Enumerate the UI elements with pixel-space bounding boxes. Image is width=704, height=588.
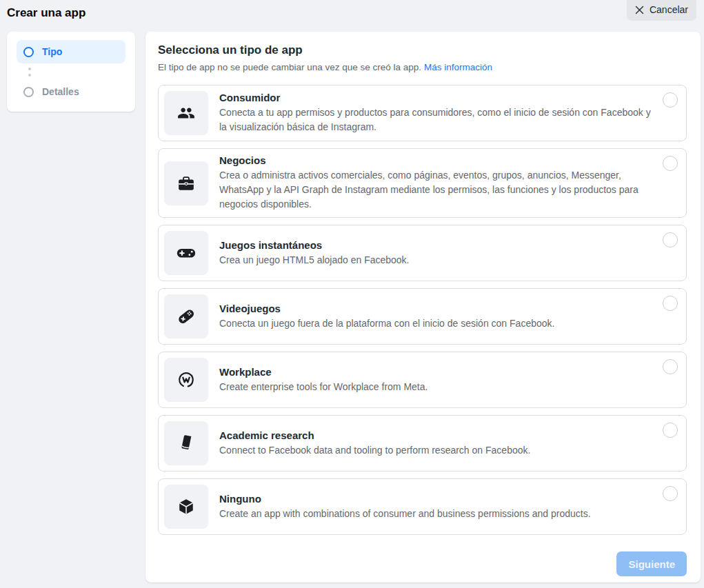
subheading-text: El tipo de app no se puede cambiar una v… [158,62,421,72]
people-icon [164,91,208,135]
app-type-radio[interactable] [663,156,678,171]
cube-icon [164,485,208,529]
app-type-card[interactable]: Academic researchConnect to Facebook dat… [158,415,687,472]
card-title: Negocios [219,154,653,166]
next-button[interactable]: Siguiente [616,551,687,576]
panel-subheading: El tipo de app no se puede cambiar una v… [158,62,687,72]
stepper-item-tipo[interactable]: Tipo [17,40,125,63]
card-text: Academic researchConnect to Facebook dat… [219,429,558,458]
app-type-card[interactable]: NegociosCrea o administra activos comerc… [158,148,687,218]
card-text: VideojuegosConecta un juego fuera de la … [219,303,582,331]
app-type-card-list: ConsumidorConecta a tu app permisos y pr… [158,85,687,535]
card-title: Consumidor [219,92,653,103]
stepper-connector-dots [17,63,125,80]
gamepad-icon [164,231,208,275]
card-text: ConsumidorConecta a tu app permisos y pr… [219,92,681,134]
app-type-radio[interactable] [663,232,678,247]
card-description: Conecta un juego fuera de la plataforma … [219,316,554,331]
top-bar: Crear una app Cancelar [0,0,704,32]
step-label: Tipo [42,46,62,57]
card-text: WorkplaceCreate enterprise tools for Wor… [219,366,455,394]
app-type-radio[interactable] [663,359,678,374]
panel-footer: Siguiente [158,551,687,576]
stepper-item-detalles[interactable]: Detalles [17,80,125,103]
step-circle-icon [23,87,34,97]
card-description: Create enterprise tools for Workplace fr… [219,380,428,394]
card-title: Workplace [219,366,428,378]
cancel-button[interactable]: Cancelar [627,0,696,21]
app-type-panel: Selecciona un tipo de app El tipo de app… [145,32,701,582]
card-title: Videojuegos [219,303,554,314]
app-type-card[interactable]: VideojuegosConecta un juego fuera de la … [158,288,687,345]
card-description: Crea o administra activos comerciales, c… [219,168,653,212]
stepper-sidebar: Tipo Detalles [7,32,135,112]
cancel-button-label: Cancelar [650,4,688,15]
learn-more-link[interactable]: Más información [424,62,492,72]
app-type-card[interactable]: ConsumidorConecta a tu app permisos y pr… [158,85,687,141]
card-description: Create an app with combinations of consu… [219,507,591,521]
card-description: Connect to Facebook data and tooling to … [219,443,530,458]
page-title: Crear una app [7,6,86,20]
card-title: Ninguno [219,493,591,505]
book-icon [164,421,208,465]
card-title: Academic research [219,429,530,441]
card-text: Juegos instantáneosCrea un juego HTML5 a… [219,239,437,267]
app-type-radio[interactable] [663,486,678,501]
close-icon [635,6,644,14]
card-description: Crea un juego HTML5 alojado en Facebook. [219,253,410,267]
card-text: NegociosCrea o administra activos comerc… [219,154,681,212]
briefcase-icon [164,161,208,205]
card-description: Conecta a tu app permisos y productos pa… [219,105,653,134]
step-label: Detalles [42,86,79,97]
app-type-radio[interactable] [663,423,678,438]
app-type-radio[interactable] [663,296,678,311]
card-title: Juegos instantáneos [219,239,410,251]
app-type-card[interactable]: WorkplaceCreate enterprise tools for Wor… [158,352,687,408]
app-type-radio[interactable] [663,92,678,108]
card-text: NingunoCreate an app with combinations o… [219,493,618,521]
app-type-card[interactable]: NingunoCreate an app with combinations o… [158,478,687,535]
app-type-card[interactable]: Juegos instantáneosCrea un juego HTML5 a… [158,225,687,281]
step-circle-icon [23,47,34,57]
workplace-icon [164,358,208,402]
game-controller-icon [164,294,208,338]
panel-heading: Selecciona un tipo de app [158,43,687,57]
